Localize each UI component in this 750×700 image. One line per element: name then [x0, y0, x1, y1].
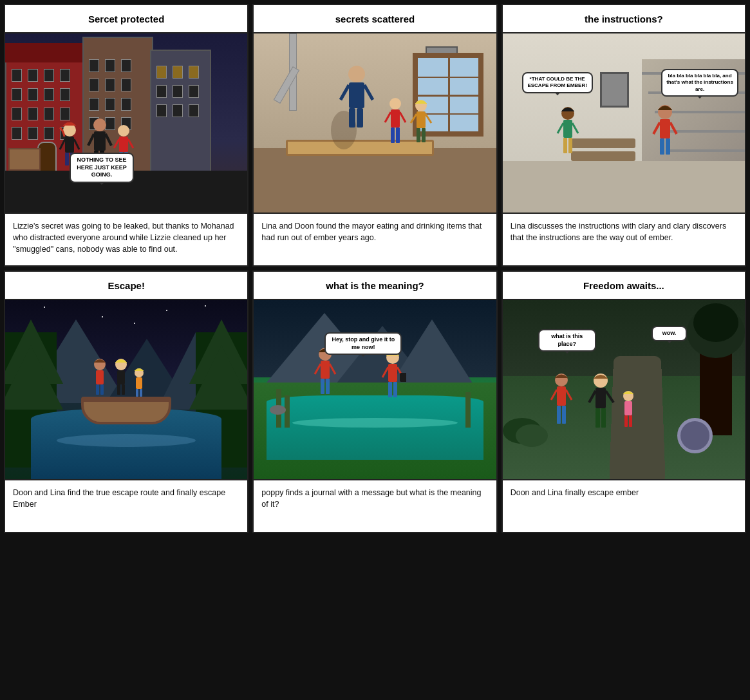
- svg-rect-62: [321, 379, 324, 394]
- svg-line-10: [88, 134, 94, 146]
- svg-rect-58: [136, 389, 138, 397]
- figure-boat-doon: [110, 358, 133, 403]
- panel-1-speech: NOTHING TO SEE HERE JUST KEEP GOING.: [70, 153, 134, 183]
- svg-rect-39: [568, 138, 572, 153]
- svg-line-4: [60, 139, 65, 149]
- svg-rect-2: [65, 153, 69, 166]
- svg-line-35: [426, 114, 431, 123]
- panel-1-caption: Lizzie's secret was going to be leaked, …: [5, 214, 247, 265]
- panel-4-title: Escape!: [5, 272, 247, 300]
- svg-rect-69: [393, 382, 397, 397]
- svg-line-77: [551, 390, 557, 400]
- panel-1: Sercet protected: [4, 4, 248, 267]
- figure-boat-child: [130, 368, 148, 403]
- svg-rect-19: [349, 82, 364, 108]
- panel-2-image: [254, 33, 496, 214]
- svg-line-83: [589, 391, 595, 402]
- svg-rect-88: [629, 415, 632, 427]
- svg-rect-61: [321, 361, 330, 379]
- svg-rect-86: [624, 401, 632, 415]
- svg-rect-68: [388, 382, 392, 397]
- svg-line-23: [364, 85, 373, 100]
- panel-2: secrets scattered: [252, 4, 497, 267]
- svg-line-16: [114, 139, 119, 148]
- svg-rect-50: [96, 384, 99, 395]
- svg-rect-31: [417, 111, 426, 128]
- figure-lina-5: [312, 347, 339, 405]
- figure-lina-6: [548, 373, 575, 434]
- svg-rect-13: [119, 137, 128, 152]
- svg-point-24: [389, 98, 401, 109]
- panel-3-image: *THAT COULD BE THE ESCAPE FROM EMBER! bl…: [503, 33, 745, 214]
- svg-rect-74: [557, 386, 566, 406]
- svg-rect-82: [601, 408, 606, 428]
- panel-4: Escape!: [4, 270, 248, 533]
- panel-6-caption: Doon and Lina finally escape ember: [503, 480, 745, 532]
- figure-doon-5: [379, 350, 406, 408]
- panel-6-image: wow. what is this place?: [503, 300, 745, 480]
- figure-boat-lina: [89, 358, 111, 403]
- panel-6-speech2: what is this place?: [538, 329, 596, 352]
- svg-line-41: [572, 123, 578, 133]
- svg-line-29: [400, 112, 406, 122]
- svg-rect-27: [396, 128, 400, 143]
- figure-mayor: [337, 64, 376, 142]
- svg-rect-7: [94, 131, 106, 151]
- panel-5-title: what is the meaning?: [254, 272, 496, 300]
- svg-line-17: [128, 139, 133, 148]
- svg-rect-54: [117, 384, 120, 395]
- panel-4-caption: Doon and Lina find the true escape route…: [5, 480, 247, 532]
- svg-line-78: [566, 390, 572, 400]
- panel-6: Freedom awaits...: [502, 270, 746, 533]
- svg-line-84: [606, 391, 614, 402]
- svg-point-18: [348, 66, 365, 82]
- panel-6-speech1: wow.: [652, 326, 687, 341]
- svg-rect-75: [557, 406, 561, 424]
- svg-line-28: [385, 112, 391, 122]
- svg-rect-55: [122, 384, 125, 395]
- panel-3-title: the instructions?: [503, 5, 745, 33]
- svg-rect-49: [96, 370, 104, 384]
- panel-1-image: NOTHING TO SEE HERE JUST KEEP GOING.: [5, 33, 247, 214]
- figure-lina-3: [554, 106, 581, 164]
- panel-5-image: Hey, stop and give it to me now!: [254, 300, 496, 480]
- figure-doon-6: [586, 373, 615, 437]
- svg-line-47: [670, 122, 677, 134]
- panel-5-caption: poppy finds a journal with a message but…: [254, 480, 496, 532]
- panel-3-speech2: bla bla bla bla bla bla, and that's what…: [661, 69, 738, 97]
- svg-rect-67: [388, 364, 397, 382]
- svg-rect-72: [400, 373, 406, 382]
- svg-rect-53: [117, 370, 125, 384]
- svg-rect-37: [563, 120, 572, 138]
- svg-line-22: [341, 85, 349, 100]
- figure-clary: [651, 104, 680, 166]
- svg-point-12: [118, 125, 129, 137]
- panel-1-title: Sercet protected: [5, 5, 247, 33]
- storyboard: Sercet protected: [0, 0, 750, 537]
- panel-2-caption: Lina and Doon found the mayor eating and…: [254, 214, 496, 265]
- svg-rect-81: [595, 408, 600, 428]
- svg-rect-33: [422, 128, 426, 142]
- svg-line-11: [106, 134, 111, 146]
- panel-2-title: secrets scattered: [254, 5, 496, 33]
- svg-line-40: [558, 123, 563, 133]
- svg-line-46: [653, 122, 660, 134]
- svg-rect-51: [100, 384, 104, 395]
- svg-rect-26: [391, 128, 395, 143]
- panel-5-speech: Hey, stop and give it to me now!: [324, 332, 402, 355]
- svg-line-5: [74, 139, 79, 149]
- panel-3-caption: Lina discusses the instructions with cla…: [503, 214, 745, 265]
- svg-line-64: [315, 364, 321, 374]
- svg-rect-80: [595, 388, 606, 408]
- svg-point-6: [93, 118, 106, 131]
- panel-3: the instructions?: [502, 4, 746, 267]
- panel-3-speech1: *THAT COULD BE THE ESCAPE FROM EMBER!: [522, 72, 593, 93]
- panel-6-title: Freedom awaits...: [503, 272, 745, 300]
- svg-line-70: [382, 367, 388, 377]
- svg-rect-76: [562, 406, 566, 424]
- panel-5: what is the meaning?: [252, 270, 497, 533]
- figure-poppy-6: [617, 390, 640, 439]
- figure-doon: [408, 99, 434, 153]
- svg-rect-1: [65, 137, 74, 153]
- svg-line-65: [330, 364, 335, 374]
